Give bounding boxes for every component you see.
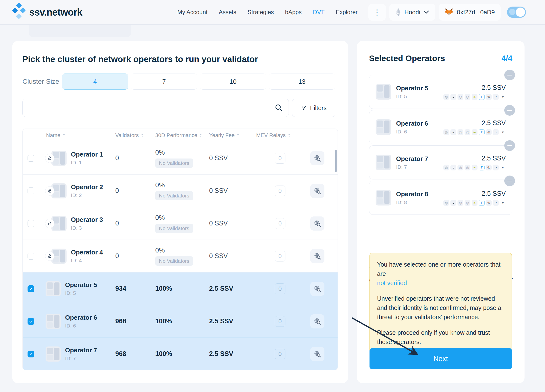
remove-operator-button[interactable] — [504, 140, 515, 151]
mev-relay-8-icon: ◔ — [493, 200, 499, 206]
operator-id: ID: 6 — [65, 323, 97, 329]
search-icon[interactable] — [275, 104, 282, 112]
open-in-explorer-button[interactable] — [310, 282, 324, 296]
row-checkbox[interactable] — [28, 318, 34, 325]
cluster-size-option-10[interactable]: 10 — [200, 74, 266, 90]
lock-icon — [45, 186, 54, 196]
mev-relay-1-icon: ◍ — [443, 94, 449, 100]
remove-operator-button[interactable] — [504, 105, 515, 116]
table-row[interactable]: Operator 5 ID: 5 934 100% 2.5 SSV 0 — [23, 272, 338, 305]
minus-icon — [507, 181, 512, 181]
toggle-knob — [516, 8, 525, 17]
column-header-mev-relays[interactable]: MEV Relays — [256, 132, 292, 139]
column-header-validators[interactable]: Validators — [113, 132, 153, 139]
not-verified-link[interactable]: not verified — [377, 280, 407, 286]
operator-id: ID: 6 — [396, 129, 428, 135]
operator-avatar — [46, 314, 61, 329]
column-header-30d-performance[interactable]: 30D Performance — [153, 132, 204, 139]
mev-relays-count[interactable]: 0 — [275, 316, 285, 327]
table-row[interactable]: Operator 4 ID: 4 0 0% No Validators 0 SS… — [23, 240, 338, 272]
open-in-explorer-button[interactable] — [310, 216, 324, 231]
mev-relay-8-icon: ◔ — [493, 129, 499, 135]
more-menu-button[interactable]: ⋮ — [368, 4, 386, 21]
mev-relay-8-icon: ◔ — [493, 165, 499, 170]
nav-link-assets[interactable]: Assets — [219, 9, 236, 16]
column-header-name[interactable]: Name — [40, 132, 113, 139]
mev-relays-count[interactable]: 0 — [275, 218, 285, 229]
table-row[interactable]: Operator 6 ID: 6 968 100% 2.5 SSV 0 — [23, 305, 338, 338]
selected-operators-count: 4/4 — [502, 54, 512, 63]
table-row[interactable]: Operator 2 ID: 2 0 0% No Validators 0 SS… — [23, 175, 338, 207]
nav-link-strategies[interactable]: Strategies — [248, 9, 274, 16]
mev-relay-2-icon: ◒ — [450, 94, 456, 100]
performance-cell: 0% No Validators — [153, 181, 204, 200]
performance-cell: 100% — [153, 317, 204, 325]
relays-expand-chevron-icon[interactable]: ▾ — [500, 200, 506, 206]
page-title: Pick the cluster of network operators to… — [22, 54, 258, 64]
mev-relay-titan-icon: T — [479, 94, 485, 100]
search-input[interactable] — [22, 99, 289, 117]
operator-id: ID: 5 — [396, 93, 428, 99]
operator-id: ID: 7 — [396, 164, 428, 170]
open-in-explorer-button[interactable] — [310, 249, 324, 263]
selected-operator-card: Operator 5 ID: 5 2.5 SSV ◍◒◎◎❧T♔◔▾ — [369, 75, 512, 109]
mev-relays-count[interactable]: 0 — [275, 186, 285, 196]
operator-fee: 2.5 SSV — [443, 155, 506, 162]
brand-logo[interactable]: ssv.network — [12, 2, 82, 22]
mev-relays-count[interactable]: 0 — [275, 283, 285, 294]
mev-relay-7-icon: ♔ — [486, 165, 492, 170]
relays-expand-chevron-icon[interactable]: ▾ — [500, 94, 506, 100]
selected-operators-panel: Selected Operators 4/4 Operator 5 ID: 5 … — [357, 41, 525, 383]
row-checkbox[interactable] — [28, 285, 34, 292]
remove-operator-button[interactable] — [504, 70, 515, 80]
brand-name: ssv.network — [29, 7, 82, 18]
cluster-size-option-13[interactable]: 13 — [269, 74, 335, 90]
open-in-explorer-button[interactable] — [310, 151, 324, 165]
fee-cell: 2.5 SSV — [204, 317, 256, 325]
operator-picker-panel: Pick the cluster of network operators to… — [12, 41, 348, 383]
performance-cell: 100% — [153, 350, 204, 358]
nav-link-explorer[interactable]: Explorer — [336, 9, 358, 16]
filters-button[interactable]: Filters — [292, 99, 335, 117]
remove-operator-button[interactable] — [504, 176, 515, 186]
table-scrollbar[interactable] — [335, 150, 337, 172]
open-in-explorer-button[interactable] — [310, 347, 324, 361]
cluster-size-option-7[interactable]: 7 — [131, 74, 197, 90]
mev-relay-1-icon: ◍ — [443, 200, 449, 206]
open-in-explorer-button[interactable] — [310, 314, 324, 328]
check-icon — [29, 319, 33, 323]
theme-toggle[interactable] — [507, 7, 526, 18]
wallet-button[interactable]: 0xf27d...0aD9 — [439, 4, 501, 21]
nav-link-bapps[interactable]: bApps — [285, 9, 302, 16]
no-validators-badge: No Validators — [155, 191, 193, 200]
row-checkbox[interactable] — [28, 220, 34, 227]
no-validators-badge: No Validators — [155, 159, 193, 168]
table-row[interactable]: Operator 3 ID: 3 0 0% No Validators 0 SS… — [23, 207, 338, 240]
open-in-explorer-button[interactable] — [310, 184, 324, 198]
mev-relay-3-icon: ◎ — [457, 129, 463, 135]
column-header-yearly-fee[interactable]: Yearly Fee — [204, 132, 256, 139]
row-checkbox[interactable] — [28, 351, 34, 357]
nav-link-dvt[interactable]: DVT — [313, 9, 325, 16]
row-checkbox[interactable] — [28, 253, 34, 260]
mev-relays-count[interactable]: 0 — [275, 251, 285, 261]
fee-cell: 0 SSV — [204, 187, 256, 195]
relays-expand-chevron-icon[interactable]: ▾ — [500, 129, 506, 135]
cluster-size-label: Cluster Size — [22, 78, 62, 85]
no-validators-badge: No Validators — [155, 256, 193, 266]
table-row[interactable]: Operator 1 ID: 1 0 0% No Validators 0 SS… — [23, 142, 338, 175]
next-button[interactable]: Next — [370, 348, 512, 369]
network-selector[interactable]: Hoodi — [389, 4, 435, 21]
relays-expand-chevron-icon[interactable]: ▾ — [500, 165, 506, 170]
row-checkbox[interactable] — [28, 155, 34, 162]
globe-search-icon — [313, 252, 321, 260]
nav-link-my-account[interactable]: My Account — [177, 9, 207, 16]
operator-avatar — [376, 119, 391, 135]
operator-fee: 2.5 SSV — [443, 190, 506, 197]
row-checkbox[interactable] — [28, 187, 34, 194]
funnel-icon — [301, 105, 307, 111]
mev-relays-count[interactable]: 0 — [275, 153, 285, 164]
mev-relays-count[interactable]: 0 — [275, 349, 285, 359]
cluster-size-option-4[interactable]: 4 — [62, 74, 128, 90]
table-row[interactable]: Operator 7 ID: 7 968 100% 2.5 SSV 0 — [23, 338, 338, 370]
